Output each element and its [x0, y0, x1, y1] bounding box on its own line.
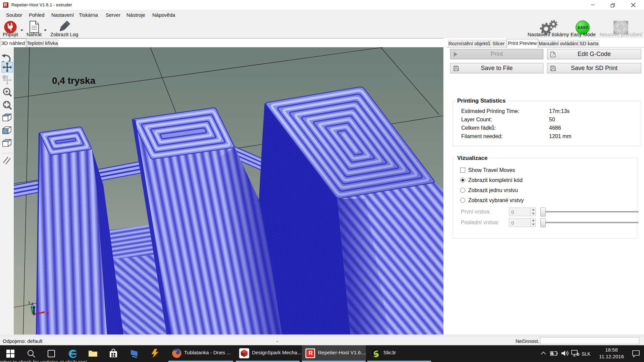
- svg-text:x: x: [47, 310, 49, 315]
- svg-text:0,4 tryska: 0,4 tryska: [52, 75, 96, 86]
- svg-text:z: z: [31, 301, 34, 306]
